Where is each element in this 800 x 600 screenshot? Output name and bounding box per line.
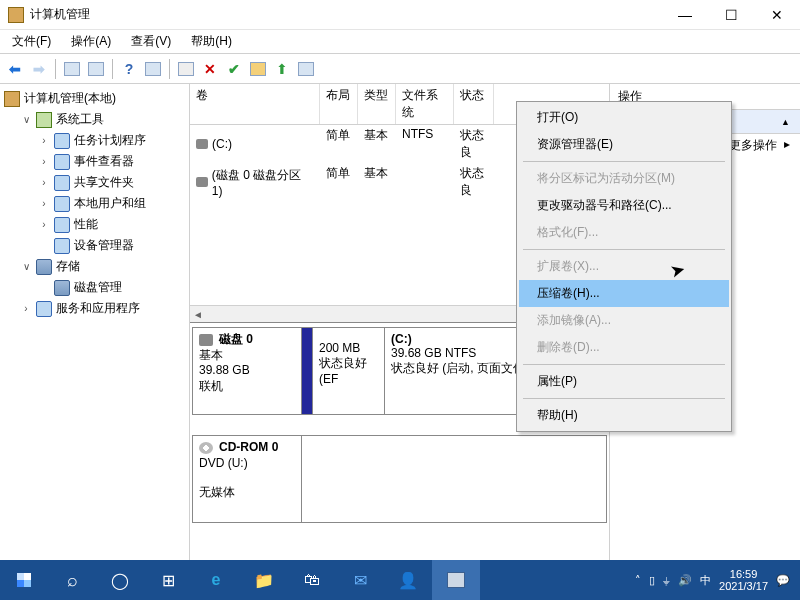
tree-task-scheduler[interactable]: 任务计划程序 bbox=[74, 132, 146, 149]
disk-icon bbox=[54, 280, 70, 296]
cm-format: 格式化(F)... bbox=[519, 219, 729, 246]
tree-system-tools[interactable]: 系统工具 bbox=[56, 111, 104, 128]
cm-properties[interactable]: 属性(P) bbox=[519, 368, 729, 395]
cm-change-drive[interactable]: 更改驱动器号和路径(C)... bbox=[519, 192, 729, 219]
taskbar-diskmgmt[interactable] bbox=[432, 560, 480, 600]
window-title: 计算机管理 bbox=[30, 6, 90, 23]
perf-icon bbox=[54, 217, 70, 233]
tray-ime[interactable]: 中 bbox=[700, 573, 711, 588]
close-button[interactable]: ✕ bbox=[754, 0, 800, 30]
col-status[interactable]: 状态 bbox=[454, 84, 494, 124]
tray-battery-icon[interactable]: ▯ bbox=[649, 574, 655, 587]
up-arrow-icon[interactable]: ⬆ bbox=[271, 58, 293, 80]
col-fs[interactable]: 文件系统 bbox=[396, 84, 454, 124]
col-layout[interactable]: 布局 bbox=[320, 84, 358, 124]
cm-explorer[interactable]: 资源管理器(E) bbox=[519, 131, 729, 158]
delete-icon[interactable]: ✕ bbox=[199, 58, 221, 80]
menu-action[interactable]: 操作(A) bbox=[65, 31, 117, 52]
minimize-button[interactable]: — bbox=[662, 0, 708, 30]
partition-efi[interactable]: 200 MB 状态良好 (EF bbox=[312, 328, 384, 414]
taskbar-mail[interactable] bbox=[336, 560, 384, 600]
drive-icon bbox=[196, 139, 208, 149]
menu-help[interactable]: 帮助(H) bbox=[185, 31, 238, 52]
collapse-icon[interactable]: ▲ bbox=[781, 117, 790, 127]
toolbar-rescan-icon[interactable] bbox=[175, 58, 197, 80]
drive-icon bbox=[196, 177, 208, 187]
wrench-icon bbox=[36, 112, 52, 128]
disc-icon bbox=[199, 442, 213, 454]
tree-shared-folders[interactable]: 共享文件夹 bbox=[74, 174, 134, 191]
cm-mark-active: 将分区标记为活动分区(M) bbox=[519, 165, 729, 192]
taskbar-taskview[interactable] bbox=[144, 560, 192, 600]
menu-view[interactable]: 查看(V) bbox=[125, 31, 177, 52]
toolbar-views-icon[interactable] bbox=[61, 58, 83, 80]
tray-notifications-icon[interactable]: 💬 bbox=[776, 574, 790, 587]
col-type[interactable]: 类型 bbox=[358, 84, 396, 124]
chevron-right-icon: ▸ bbox=[784, 137, 790, 154]
help-icon[interactable]: ? bbox=[118, 58, 140, 80]
cm-shrink[interactable]: 压缩卷(H)... bbox=[519, 280, 729, 307]
tree-device-manager[interactable]: 设备管理器 bbox=[74, 237, 134, 254]
app-icon bbox=[8, 7, 24, 23]
tree-services[interactable]: 服务和应用程序 bbox=[56, 300, 140, 317]
disk-icon bbox=[199, 334, 213, 346]
computer-icon bbox=[4, 91, 20, 107]
cm-delete: 删除卷(D)... bbox=[519, 334, 729, 361]
col-volume[interactable]: 卷 bbox=[190, 84, 320, 124]
maximize-button[interactable]: ☐ bbox=[708, 0, 754, 30]
taskbar-store[interactable] bbox=[288, 560, 336, 600]
start-button[interactable] bbox=[0, 560, 48, 600]
context-menu: 打开(O) 资源管理器(E) 将分区标记为活动分区(M) 更改驱动器号和路径(C… bbox=[516, 101, 732, 432]
tree-storage[interactable]: 存储 bbox=[56, 258, 80, 275]
tree-root[interactable]: 计算机管理(本地) bbox=[24, 90, 116, 107]
taskbar-search[interactable] bbox=[48, 560, 96, 600]
toolbar-action-icon[interactable] bbox=[247, 58, 269, 80]
storage-icon bbox=[36, 259, 52, 275]
cm-open[interactable]: 打开(O) bbox=[519, 104, 729, 131]
taskbar-cortana[interactable] bbox=[96, 560, 144, 600]
forward-button[interactable]: ➡ bbox=[28, 58, 50, 80]
taskbar-explorer[interactable] bbox=[240, 560, 288, 600]
tray-up-icon[interactable]: ˄ bbox=[635, 574, 641, 587]
tree-disk-management[interactable]: 磁盘管理 bbox=[74, 279, 122, 296]
event-icon bbox=[54, 154, 70, 170]
folder-icon bbox=[54, 175, 70, 191]
apply-icon[interactable]: ✔ bbox=[223, 58, 245, 80]
toolbar-list-icon[interactable] bbox=[295, 58, 317, 80]
taskbar-clock[interactable]: 16:59 2021/3/17 bbox=[719, 568, 768, 592]
tree-local-users[interactable]: 本地用户和组 bbox=[74, 195, 146, 212]
clock-icon bbox=[54, 133, 70, 149]
device-icon bbox=[54, 238, 70, 254]
window-titlebar: 计算机管理 — ☐ ✕ bbox=[0, 0, 800, 30]
services-icon bbox=[36, 301, 52, 317]
menu-file[interactable]: 文件(F) bbox=[6, 31, 57, 52]
toolbar: ⬅ ➡ ? ✕ ✔ ⬆ bbox=[0, 54, 800, 84]
cm-extend: 扩展卷(X)... bbox=[519, 253, 729, 280]
tray-network-icon[interactable]: ⏚ bbox=[663, 574, 670, 586]
tree-event-viewer[interactable]: 事件查看器 bbox=[74, 153, 134, 170]
tray-volume-icon[interactable]: 🔊 bbox=[678, 574, 692, 587]
back-button[interactable]: ⬅ bbox=[4, 58, 26, 80]
users-icon bbox=[54, 196, 70, 212]
partition-strip bbox=[302, 328, 312, 414]
tree-performance[interactable]: 性能 bbox=[74, 216, 98, 233]
taskbar: ˄ ▯ ⏚ 🔊 中 16:59 2021/3/17 💬 bbox=[0, 560, 800, 600]
nav-tree[interactable]: 计算机管理(本地) ∨ 系统工具 ›任务计划程序 ›事件查看器 ›共享文件夹 ›… bbox=[0, 84, 190, 600]
cm-help[interactable]: 帮助(H) bbox=[519, 402, 729, 429]
toolbar-properties-icon[interactable] bbox=[142, 58, 164, 80]
taskbar-people[interactable] bbox=[384, 560, 432, 600]
toolbar-detail-icon[interactable] bbox=[85, 58, 107, 80]
taskbar-edge[interactable] bbox=[192, 560, 240, 600]
menubar: 文件(F) 操作(A) 查看(V) 帮助(H) bbox=[0, 30, 800, 54]
disk-row[interactable]: CD-ROM 0 DVD (U:) 无媒体 bbox=[192, 435, 607, 523]
cm-add-mirror: 添加镜像(A)... bbox=[519, 307, 729, 334]
